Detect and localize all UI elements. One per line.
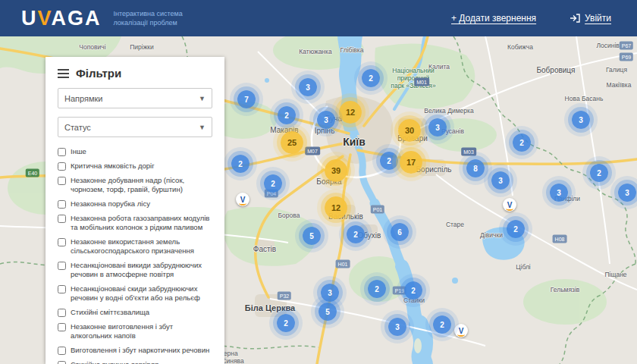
filter-checkbox[interactable] (58, 215, 66, 223)
filter-checkbox[interactable] (58, 361, 66, 364)
cluster-marker[interactable]: 2 (380, 152, 398, 170)
filter-option-label: Стихійна вулична торгівля (71, 360, 158, 364)
cluster-marker[interactable]: 39 (325, 159, 347, 182)
filter-option[interactable]: Незаконне використання земель сільського… (58, 237, 212, 256)
brand-marker[interactable]: V (236, 193, 249, 206)
menu-icon[interactable] (58, 69, 69, 78)
filter-checkbox[interactable] (58, 262, 66, 270)
cluster-marker[interactable]: 3 (299, 78, 317, 96)
status-select[interactable]: Статус ▼ (58, 117, 212, 137)
filter-option[interactable]: Стихійна вулична торгівля (58, 360, 212, 364)
cluster-marker[interactable]: 3 (618, 184, 636, 202)
chevron-down-icon: ▼ (199, 95, 206, 102)
place-label: Київ (343, 136, 366, 148)
place-label: Старе (446, 221, 464, 228)
place-label: Піщане (604, 271, 626, 278)
filters-title: Фільтри (58, 67, 212, 80)
cluster-marker[interactable]: 8 (466, 159, 485, 177)
filter-option[interactable]: Несанкціоновані скиди забруднюючих речов… (58, 284, 212, 303)
filter-option-label: Несанкціоновані викиди забруднюючих речо… (71, 261, 212, 279)
cluster-marker[interactable]: 12 (339, 101, 362, 124)
place-label: Гельмязів (551, 286, 580, 293)
place-label: Біла Церква (245, 303, 295, 312)
cluster-marker[interactable]: 3 (491, 171, 510, 190)
road-badge: Е40 (26, 169, 39, 177)
cluster-marker[interactable]: 2 (507, 220, 525, 238)
filter-option[interactable]: Стихійні сміттєзвалища (58, 308, 212, 317)
cluster-marker[interactable]: 2 (347, 225, 365, 243)
filter-checkbox[interactable] (58, 323, 66, 331)
filter-option[interactable]: Несанкціоновані викиди забруднюючих речо… (58, 261, 212, 279)
filter-option[interactable]: Виготовлення і збут наркотичних речовин (58, 346, 212, 355)
filter-checkbox[interactable] (58, 285, 66, 293)
directions-select[interactable]: Напрямки ▼ (58, 88, 212, 108)
add-report-link[interactable]: + Додати звернення (451, 13, 536, 24)
brand-marker[interactable]: V (503, 198, 516, 212)
filter-option[interactable]: Незаконна порубка лісу (58, 199, 212, 209)
app-logo: UVAGA (21, 8, 102, 29)
place-label: Синява (221, 357, 243, 364)
cluster-marker[interactable]: 3 (388, 318, 406, 336)
place-label: Пиріжки (130, 43, 154, 51)
cluster-marker[interactable]: 3 (572, 111, 590, 129)
filter-checkbox[interactable] (58, 309, 66, 317)
park-label: Національний природний парк «Залісся» (381, 67, 446, 89)
filters-panel: Фільтри Напрямки ▼ Статус ▼ ІншеКритична… (46, 57, 224, 364)
filter-checkbox[interactable] (58, 238, 66, 246)
filter-option-label: Інше (71, 147, 86, 156)
brand-marker[interactable]: V (454, 324, 468, 337)
filter-option-label: Незаконне використання земель сільського… (71, 237, 212, 256)
filter-checkbox[interactable] (58, 177, 66, 185)
cluster-marker[interactable]: 30 (398, 119, 421, 142)
place-label: Чоповичі (79, 43, 105, 51)
filter-option-label: Критична ямковість доріг (71, 162, 155, 171)
cluster-marker[interactable]: 2 (231, 155, 249, 173)
cluster-marker[interactable]: 3 (317, 111, 335, 129)
filter-option[interactable]: Незаконна робота газозаправних модулів т… (58, 214, 212, 232)
cluster-marker[interactable]: 3 (321, 284, 339, 302)
filter-option-label: Несанкціоновані скиди забруднюючих речов… (71, 284, 212, 303)
place-label: Галиця (606, 66, 627, 74)
cluster-marker[interactable]: 6 (391, 223, 409, 241)
road-badge: Р32 (278, 292, 291, 300)
place-label: Борова (278, 212, 300, 219)
cluster-marker[interactable]: 2 (433, 315, 451, 334)
filter-checkbox[interactable] (58, 200, 66, 209)
place-label: Велика Димерка (424, 107, 473, 115)
cluster-marker[interactable]: 5 (303, 227, 321, 245)
place-label: Фастів (253, 245, 276, 253)
cluster-marker[interactable]: 25 (281, 131, 303, 154)
road-badge: М03 (461, 148, 476, 156)
cluster-marker[interactable]: 2 (368, 280, 386, 298)
cluster-marker[interactable]: 12 (325, 196, 347, 219)
cluster-marker[interactable]: 2 (590, 164, 608, 182)
place-label: Ціблі (516, 263, 531, 271)
cluster-marker[interactable]: 17 (400, 151, 422, 174)
filter-option[interactable]: Критична ямковість доріг (58, 162, 212, 171)
cluster-marker[interactable]: 2 (404, 281, 422, 300)
filter-option[interactable]: Незаконне виготовлення і збут алкогольни… (58, 322, 212, 340)
filter-checkbox[interactable] (58, 148, 66, 156)
filter-options-list: ІншеКритична ямковість дорігНезаконне до… (58, 147, 212, 364)
cluster-marker[interactable]: 3 (550, 184, 568, 202)
place-label: Дівички (480, 231, 503, 239)
filter-checkbox[interactable] (58, 162, 66, 171)
cluster-marker[interactable]: 2 (362, 69, 380, 87)
cluster-marker[interactable]: 2 (513, 133, 531, 152)
cluster-marker[interactable]: 3 (428, 118, 447, 136)
cluster-marker[interactable]: 2 (277, 314, 295, 332)
cluster-marker[interactable]: 2 (264, 174, 282, 193)
cluster-marker[interactable]: 2 (278, 106, 296, 124)
filter-option[interactable]: Інше (58, 147, 212, 156)
place-label: Нова Басань (565, 95, 604, 102)
filter-option[interactable]: Незаконне добування надр (пісок, чорнозе… (58, 176, 212, 194)
app-header: UVAGA Інтерактивна система локалізації п… (0, 0, 637, 36)
road-badge: Н01 (336, 260, 350, 268)
road-badge: М07 (305, 147, 320, 155)
cluster-marker[interactable]: 5 (318, 303, 337, 321)
login-icon (570, 14, 580, 23)
chevron-down-icon: ▼ (199, 124, 206, 131)
filter-checkbox[interactable] (58, 347, 66, 355)
cluster-marker[interactable]: 7 (237, 90, 256, 108)
login-link[interactable]: Увійти (570, 13, 611, 24)
